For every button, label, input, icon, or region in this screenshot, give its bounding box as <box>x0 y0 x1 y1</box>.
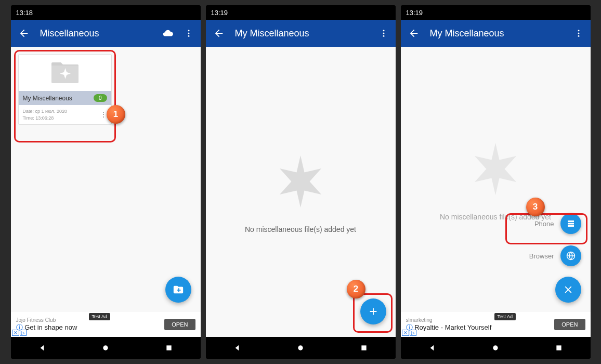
ad-tag: Test Ad <box>494 313 516 320</box>
fab-close[interactable] <box>555 277 581 303</box>
more-icon[interactable] <box>184 28 193 39</box>
svg-rect-19 <box>361 345 366 350</box>
folder-name: My Miscellaneous <box>23 95 72 102</box>
nav-recent-icon[interactable] <box>165 344 173 352</box>
svg-point-27 <box>578 35 579 37</box>
app-bar: Miscellaneous <box>11 20 201 47</box>
svg-rect-30 <box>556 345 561 350</box>
option-browser-label: Browser <box>529 252 554 260</box>
fab-option-browser[interactable]: Browser <box>529 245 581 266</box>
folder-icon <box>50 61 80 84</box>
close-icon <box>563 284 574 295</box>
nav-bar <box>401 337 591 359</box>
nav-bar <box>11 337 201 359</box>
nav-recent-icon[interactable] <box>360 344 368 352</box>
ad-tag: Test Ad <box>89 313 111 320</box>
empty-message: No miscellaneous file(s) added yet <box>245 225 356 233</box>
back-icon[interactable] <box>408 28 420 39</box>
count-badge: 0 <box>94 94 107 102</box>
back-icon[interactable] <box>18 28 30 39</box>
back-icon[interactable] <box>213 28 225 39</box>
nav-back-icon[interactable] <box>38 344 46 352</box>
svg-rect-9 <box>166 345 171 350</box>
content-area: No miscellaneous file(s) added yet 2 <box>206 47 396 337</box>
phone-storage-icon <box>566 219 576 228</box>
ad-open-button[interactable]: OPEN <box>164 319 195 330</box>
status-bar: 13:18 <box>11 5 201 20</box>
status-bar: 13:19 <box>206 5 396 20</box>
svg-point-26 <box>578 33 579 34</box>
card-more-icon[interactable]: ⋮ <box>100 110 107 120</box>
fab-option-phone[interactable]: Phone <box>534 213 581 234</box>
svg-point-5 <box>188 30 189 31</box>
ad-line2: ⓘ Royaltie - Market Yourself <box>406 323 551 332</box>
svg-point-18 <box>298 345 303 350</box>
more-icon[interactable] <box>574 28 583 39</box>
app-bar: My Miscellaneous <box>206 20 396 47</box>
screen-3: 13:19 My Miscellaneous No miscellaneous … <box>401 5 591 359</box>
svg-point-25 <box>578 30 579 31</box>
fab-add-folder[interactable] <box>165 277 191 303</box>
screen-1: 13:18 Miscellaneous My Miscellaneous 0 <box>11 5 201 359</box>
cloud-icon[interactable] <box>162 28 174 39</box>
nav-bar <box>206 337 396 359</box>
svg-point-16 <box>383 33 384 34</box>
svg-point-7 <box>188 35 189 37</box>
nav-recent-icon[interactable] <box>555 344 563 352</box>
asterisk-icon <box>269 150 332 213</box>
ad-line1: slmarketing <box>406 317 551 323</box>
more-icon[interactable] <box>379 28 388 39</box>
ad-banner[interactable]: Jojo Fitness Club ⓘ Get in shape now Tes… <box>11 312 201 337</box>
asterisk-icon <box>464 138 527 200</box>
nav-home-icon[interactable] <box>491 344 500 352</box>
add-folder-icon <box>173 284 184 295</box>
fab-add[interactable] <box>360 298 386 324</box>
folder-card[interactable]: My Miscellaneous 0 Date: ср 1 июл. 2020 … <box>18 54 112 125</box>
status-time: 13:18 <box>16 9 33 17</box>
status-time: 13:19 <box>406 9 423 17</box>
status-bar: 13:19 <box>401 5 591 20</box>
svg-point-15 <box>383 30 384 31</box>
app-title: My Miscellaneous <box>430 28 564 39</box>
content-area: No miscellaneous file(s) added yet Phone… <box>401 47 591 312</box>
app-title: My Miscellaneous <box>235 28 369 39</box>
svg-point-29 <box>493 345 498 350</box>
nav-home-icon[interactable] <box>101 344 110 352</box>
ad-line1: Jojo Fitness Club <box>16 317 161 323</box>
ad-close-icon[interactable]: ✕▷ <box>402 330 416 336</box>
globe-icon <box>566 251 576 261</box>
ad-banner[interactable]: slmarketing ⓘ Royaltie - Market Yourself… <box>401 312 591 337</box>
nav-home-icon[interactable] <box>296 344 305 352</box>
ad-close-icon[interactable]: ✕▷ <box>12 330 27 336</box>
nav-back-icon[interactable] <box>233 344 241 352</box>
status-time: 13:19 <box>211 9 228 17</box>
ad-open-button[interactable]: OPEN <box>554 319 585 330</box>
option-phone-label: Phone <box>534 220 554 228</box>
ad-line2: ⓘ Get in shape now <box>16 323 161 332</box>
plus-icon <box>368 306 379 317</box>
nav-back-icon[interactable] <box>428 344 436 352</box>
svg-point-8 <box>103 345 108 350</box>
app-bar: My Miscellaneous <box>401 20 591 47</box>
screen-2: 13:19 My Miscellaneous No miscellaneous … <box>206 5 396 359</box>
app-title: Miscellaneous <box>40 28 152 39</box>
svg-point-17 <box>383 35 384 37</box>
svg-point-6 <box>188 33 189 34</box>
content-area: My Miscellaneous 0 Date: ср 1 июл. 2020 … <box>11 47 201 312</box>
